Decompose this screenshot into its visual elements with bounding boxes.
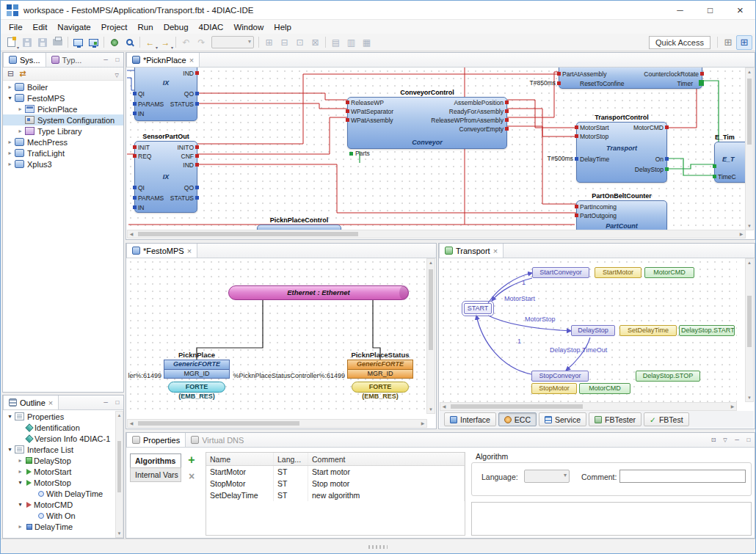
event-input-label[interactable]: PartIncoming	[580, 203, 617, 211]
device-parameter[interactable]: MGR_ID	[164, 369, 230, 379]
expander-icon[interactable]	[6, 150, 14, 156]
data-input-label[interactable]: QI	[138, 184, 145, 192]
language-select[interactable]	[524, 470, 570, 483]
ecc-action-algorithm[interactable]: StopMotor	[531, 383, 577, 394]
scroll-left-icon[interactable]	[128, 420, 135, 427]
tab-type-navigator[interactable]: Typ...	[46, 53, 87, 67]
fb-transportcontrol[interactable]: TransportControl MotorStartMotorCMD Moto…	[576, 122, 667, 183]
event-input-label[interactable]: PartAtAssembly	[562, 70, 606, 78]
tab-properties[interactable]: Properties	[126, 433, 186, 447]
align-top-button[interactable]	[308, 35, 323, 50]
data-input-label[interactable]: DelayTime	[580, 156, 609, 163]
section-internal-vars[interactable]: Internal Vars	[130, 467, 181, 482]
event-output-label[interactable]: ReadyForAssembly	[449, 108, 504, 115]
table-row[interactable]: SetDelayTime ST new algorithm	[206, 489, 465, 501]
ecc-state-delaystop[interactable]: DelayStop	[571, 325, 615, 336]
ecc-vertical-scrollbar[interactable]	[745, 258, 754, 402]
expander-icon[interactable]	[16, 128, 24, 134]
menu-4diac[interactable]: 4DIAC	[194, 22, 229, 32]
tab-fbtest[interactable]: FBTest	[644, 412, 689, 426]
event-output-label[interactable]: CounterclockRotate	[644, 70, 699, 78]
outline-item-properties[interactable]: Properties	[3, 411, 115, 422]
tab-fbtester[interactable]: FBTester	[589, 412, 641, 426]
scroll-down-icon[interactable]	[427, 406, 435, 413]
tree-item-mechpress[interactable]: MechPress	[3, 136, 123, 147]
fb-rotate-partial[interactable]: PartAtAssemblyCounterclockRotate ResetTo…	[559, 68, 702, 89]
event-output-label[interactable]: ConveyorEmpty	[459, 125, 504, 133]
tree-item-boiler[interactable]: Boiler	[3, 81, 123, 92]
new-wizard-button[interactable]	[4, 35, 19, 50]
maximize-window-button[interactable]	[695, 1, 725, 20]
link-with-editor-icon[interactable]	[19, 69, 26, 79]
tree-item-festomps[interactable]: FestoMPS	[3, 92, 123, 103]
outline-item-motorstart[interactable]: MotorStart	[3, 466, 115, 477]
maximize-view-icon[interactable]	[112, 396, 123, 409]
expander-icon[interactable]	[16, 501, 24, 508]
outline-item-version-info[interactable]: Version Info 4DIAC-1	[3, 433, 115, 444]
tab-ecc[interactable]: ECC	[498, 412, 537, 426]
data-output-label[interactable]: STATUS	[170, 101, 194, 108]
transition-label[interactable]: MotorStart	[504, 295, 535, 302]
save-button[interactable]	[19, 35, 34, 50]
event-input-label[interactable]: INIT	[138, 144, 150, 151]
event-output-label[interactable]: INITO	[177, 144, 194, 151]
outline-item-delaystop[interactable]: DelayStop	[3, 455, 115, 466]
event-input-label[interactable]: MotorStart	[580, 124, 609, 131]
open-perspective-button[interactable]	[720, 35, 736, 50]
comment-input[interactable]	[619, 470, 746, 483]
scroll-up-icon[interactable]	[746, 68, 753, 76]
outline-item-with-delaytime[interactable]: With DelayTime	[3, 488, 115, 499]
tree-item-system-configuration[interactable]: System Configuration	[3, 114, 123, 125]
scroll-up-icon[interactable]	[116, 412, 123, 419]
column-language[interactable]: Lang...	[274, 453, 308, 465]
scroll-right-icon[interactable]	[738, 230, 745, 238]
expander-icon[interactable]	[6, 95, 14, 101]
transition-label[interactable]: MotorStop	[525, 316, 556, 323]
device-picknplace[interactable]: PicknPlace GenericFORTE MGR_ID FORTE (EM…	[164, 351, 230, 393]
outline-item-delaytime[interactable]: DelayTime	[3, 521, 115, 532]
scroll-right-icon[interactable]	[419, 420, 426, 427]
expander-icon[interactable]	[16, 106, 24, 112]
expander-icon[interactable]	[16, 457, 24, 464]
column-comment[interactable]: Comment	[308, 453, 465, 465]
add-algorithm-button[interactable]	[185, 453, 198, 467]
ecc-action-algorithm[interactable]: StartMotor	[595, 267, 641, 278]
data-output-label[interactable]: STATUS	[170, 194, 194, 202]
table-row[interactable]: StartMotor ST Start motor	[206, 466, 465, 478]
device-picknplacestatus[interactable]: PicknPlaceStatus GenericFORTE MGR_ID FOR…	[347, 351, 413, 393]
data-output-label[interactable]: QO	[184, 90, 194, 98]
sysconf-horizontal-scrollbar[interactable]	[127, 419, 427, 428]
ecc-state-stopconveyor[interactable]: StopConveyor	[531, 371, 589, 382]
event-output-label[interactable]: IND	[183, 161, 194, 169]
literal-value[interactable]: T#500ms	[545, 155, 573, 162]
maximize-view-icon[interactable]	[112, 53, 123, 67]
adapter-output-label[interactable]: DelayStop	[635, 166, 664, 173]
ecc-action-output[interactable]: DelayStop.START	[679, 325, 735, 336]
data-input-label[interactable]: PARAMS	[138, 194, 164, 202]
data-output-label[interactable]: QO	[184, 184, 194, 192]
adapter-port-parts[interactable]: Parts	[349, 150, 370, 157]
sysconf-vertical-scrollbar[interactable]	[426, 258, 435, 414]
ecc-state-startconveyor[interactable]: StartConveyor	[532, 267, 589, 278]
ecc-state-start[interactable]: START	[464, 303, 492, 314]
resource-picknplacestatus[interactable]: FORTE (EMB_RES)	[352, 382, 409, 393]
scroll-left-icon[interactable]	[440, 403, 448, 410]
zoom-combo[interactable]	[211, 36, 254, 48]
event-input-label[interactable]: REQ	[138, 153, 151, 160]
forward-button[interactable]	[158, 35, 173, 50]
back-button[interactable]	[142, 35, 158, 50]
data-input-label[interactable]: TimeC	[718, 173, 736, 181]
transition-label[interactable]: 1	[522, 279, 526, 286]
data-input-label[interactable]: IN	[138, 204, 145, 211]
data-input-label[interactable]: ResetToConfine	[580, 80, 624, 87]
system-tree[interactable]: Boiler FestoMPS PicknPlace System Config…	[3, 81, 123, 392]
fb-conveyorcontrol[interactable]: ConveyorControl ReleaseWPAssemblePositio…	[347, 97, 507, 149]
distribute-columns-button[interactable]	[344, 35, 359, 50]
collapse-all-icon[interactable]	[7, 69, 14, 79]
tab-virtual-dns[interactable]: Virtual DNS	[186, 433, 249, 447]
data-output-label[interactable]: On	[655, 156, 664, 163]
outline-item-with-on[interactable]: With On	[3, 510, 115, 521]
deploy-button[interactable]	[70, 35, 86, 50]
algorithms-table[interactable]: Name Lang... Comment StartMotor ST Start…	[206, 452, 465, 536]
event-output-label[interactable]: ReleaseWPfromAssembly	[431, 117, 504, 124]
